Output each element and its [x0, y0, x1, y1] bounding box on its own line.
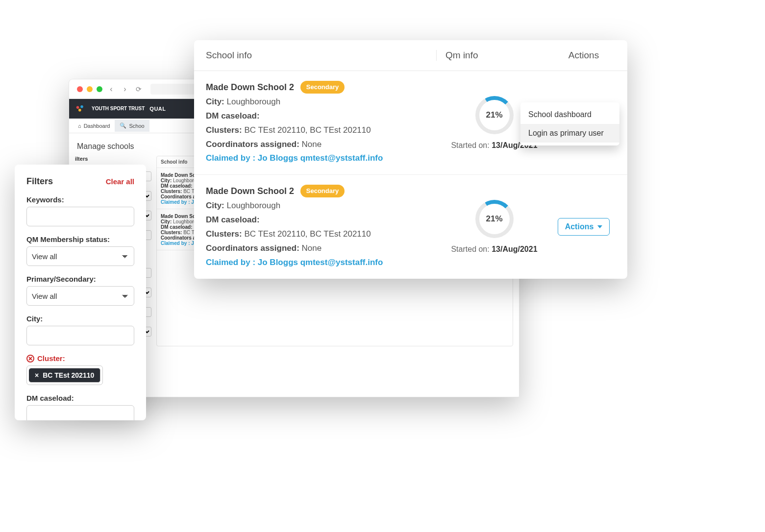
cluster-label: Cluster:: [26, 354, 134, 363]
big-table: School info Qm info Actions Made Down Sc…: [194, 40, 627, 279]
hdr-school: School info: [206, 50, 436, 61]
nav-schools[interactable]: 🔍 Schoo: [115, 120, 149, 132]
forward-button[interactable]: ›: [120, 85, 130, 94]
big-table-header: School info Qm info Actions: [194, 40, 627, 71]
search-icon: 🔍: [120, 122, 126, 129]
hdr-qm: Qm info: [436, 50, 552, 61]
brand-name: YOUTH SPORT TRUST: [92, 106, 145, 111]
logo: YOUTH SPORT TRUST: [75, 104, 145, 113]
nav-schools-label: Schoo: [129, 123, 144, 129]
filters-card: Filters Clear all Keywords: QM Membershi…: [15, 165, 146, 420]
membership-select[interactable]: View all: [26, 246, 134, 266]
dropdown-school-dashboard[interactable]: School dashboard: [520, 105, 619, 124]
hdr-actions: Actions: [552, 50, 616, 61]
brand-section: QUAL: [149, 106, 166, 112]
school-name: Made Down School 2: [206, 82, 294, 92]
city-input[interactable]: [26, 326, 134, 345]
table-row: Made Down School 2 Secondary City: Lough…: [194, 71, 627, 175]
primsec-label: Primary/Secondary:: [26, 275, 134, 283]
svg-point-1: [80, 105, 83, 108]
actions-dropdown: School dashboard Login as primary user: [520, 102, 619, 145]
clear-all-button[interactable]: Clear all: [106, 177, 134, 186]
reload-button[interactable]: ⟳: [136, 85, 142, 93]
back-button[interactable]: ‹: [106, 85, 116, 94]
nav-dashboard[interactable]: ⌂ Dashboard: [73, 120, 115, 132]
remove-icon[interactable]: [26, 355, 34, 363]
svg-point-0: [76, 106, 79, 109]
keywords-label: Keywords:: [26, 195, 134, 204]
actions-button[interactable]: Actions: [558, 218, 610, 236]
chevron-down-icon: [597, 225, 602, 228]
city-label: City:: [26, 314, 134, 323]
school-tag: Secondary: [300, 81, 345, 94]
cluster-chip[interactable]: × BC TEst 202110: [29, 368, 100, 383]
primsec-select[interactable]: View all: [26, 286, 134, 306]
mini-filters-title: ilters: [75, 156, 88, 162]
filters-title: Filters: [26, 176, 53, 187]
logo-icon: [75, 104, 89, 113]
membership-label: QM Membership status:: [26, 235, 134, 243]
minimize-window-icon[interactable]: [87, 86, 93, 92]
progress-ring: 21%: [475, 96, 514, 134]
svg-point-2: [78, 109, 81, 112]
dm-label: DM caseload:: [26, 394, 134, 402]
table-row: Made Down School 2 Secondary City: Lough…: [194, 175, 627, 278]
cluster-chip-container: × BC TEst 202110: [26, 365, 103, 385]
claimed-by: Claimed by : Jo Bloggs qmtest@yststaff.i…: [206, 151, 436, 166]
progress-ring: 21%: [475, 200, 514, 238]
cluster-chip-text: BC TEst 202110: [43, 371, 94, 379]
traffic-lights: [77, 86, 102, 92]
claimed-by: Claimed by : Jo Bloggs qmtest@yststaff.i…: [206, 256, 436, 270]
started-on: Started on: 13/Aug/2021: [451, 245, 537, 254]
dm-input[interactable]: [26, 405, 134, 420]
maximize-window-icon[interactable]: [97, 86, 102, 92]
close-icon[interactable]: ×: [35, 371, 39, 379]
nav-dashboard-label: Dashboard: [84, 123, 110, 129]
home-icon: ⌂: [78, 123, 81, 129]
keywords-input[interactable]: [26, 207, 134, 226]
school-name: Made Down School 2: [206, 186, 294, 196]
dropdown-login-primary[interactable]: Login as primary user: [520, 124, 619, 143]
close-window-icon[interactable]: [77, 86, 83, 92]
school-tag: Secondary: [300, 185, 345, 197]
